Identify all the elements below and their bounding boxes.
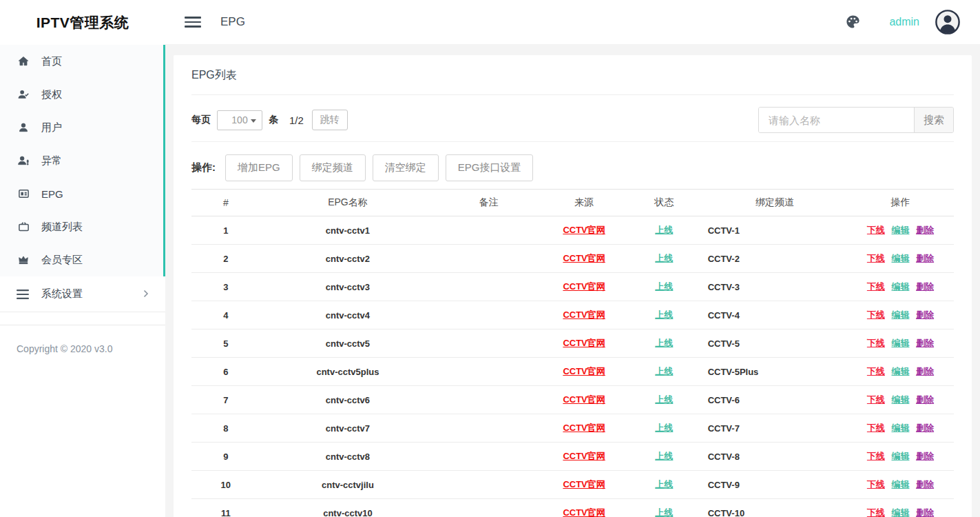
source-link[interactable]: CCTV官网 (563, 253, 605, 263)
table-row: 9 cntv-cctv8 CCTV官网 上线 CCTV-8 下线 编辑 删除 (191, 443, 954, 471)
status-link[interactable]: 上线 (655, 451, 673, 461)
edit-link[interactable]: 编辑 (891, 338, 909, 348)
sidebar-item-exception[interactable]: 异常 (0, 144, 163, 177)
search-input[interactable] (759, 108, 914, 132)
hamburger-menu-icon[interactable] (185, 14, 201, 30)
source-link[interactable]: CCTV官网 (563, 281, 605, 292)
source-link[interactable]: CCTV官网 (563, 366, 605, 376)
epg-api-settings-button[interactable]: EPG接口设置 (446, 154, 534, 181)
sidebar-item-epg[interactable]: EPG (0, 177, 163, 210)
edit-link[interactable]: 编辑 (891, 310, 909, 320)
edit-link[interactable]: 编辑 (891, 394, 909, 405)
status-link[interactable]: 上线 (655, 479, 673, 489)
remark (435, 245, 542, 273)
actions-label: 操作: (191, 161, 216, 174)
bound-channel: CCTV-5Plus (702, 358, 847, 386)
bound-channel: CCTV-9 (702, 471, 847, 499)
source-link[interactable]: CCTV官网 (563, 394, 605, 405)
delete-link[interactable]: 删除 (916, 394, 934, 405)
offline-link[interactable]: 下线 (867, 338, 885, 348)
sidebar-item-settings[interactable]: 系统设置 (0, 276, 165, 312)
delete-link[interactable]: 删除 (916, 507, 934, 517)
status-link[interactable]: 上线 (655, 310, 673, 320)
edit-link[interactable]: 编辑 (891, 281, 909, 292)
per-page-select[interactable]: 100 (217, 110, 262, 130)
jump-button[interactable]: 跳转 (312, 110, 348, 130)
delete-link[interactable]: 删除 (916, 338, 934, 348)
offline-link[interactable]: 下线 (867, 423, 885, 433)
theme-palette-icon[interactable] (845, 14, 862, 30)
offline-link[interactable]: 下线 (867, 507, 885, 517)
sidebar-item-member-zone[interactable]: 会员专区 (0, 243, 163, 276)
source-link[interactable]: CCTV官网 (563, 338, 605, 348)
delete-link[interactable]: 删除 (916, 451, 934, 461)
source-link[interactable]: CCTV官网 (563, 479, 605, 489)
sidebar-item-home[interactable]: 首页 (0, 45, 163, 78)
sidebar-item-label: 用户 (41, 121, 62, 134)
remark (435, 358, 542, 386)
topbar: EPG admin (165, 0, 980, 44)
page-indicator: 1/2 (289, 114, 304, 126)
status-link[interactable]: 上线 (655, 366, 673, 376)
source-link[interactable]: CCTV官网 (563, 507, 605, 517)
clear-binding-button[interactable]: 清空绑定 (373, 154, 439, 181)
delete-link[interactable]: 删除 (916, 253, 934, 263)
sidebar-item-channel-list[interactable]: 频道列表 (0, 210, 163, 243)
search-button[interactable]: 搜索 (914, 108, 953, 132)
bind-channel-button[interactable]: 绑定频道 (300, 154, 366, 181)
remark (435, 499, 542, 517)
sidebar-item-label: 首页 (41, 55, 62, 68)
delete-link[interactable]: 删除 (916, 366, 934, 376)
edit-link[interactable]: 编辑 (891, 225, 909, 235)
sidebar-item-label: 授权 (41, 88, 62, 101)
offline-link[interactable]: 下线 (867, 394, 885, 405)
avatar-icon[interactable] (935, 9, 961, 35)
delete-link[interactable]: 删除 (916, 479, 934, 489)
epg-name: cntv-cctv3 (260, 273, 436, 301)
add-epg-button[interactable]: 增加EPG (225, 154, 293, 181)
delete-link[interactable]: 删除 (916, 310, 934, 320)
offline-link[interactable]: 下线 (867, 253, 885, 263)
bound-channel: CCTV-7 (702, 414, 847, 443)
edit-link[interactable]: 编辑 (891, 423, 909, 433)
status-link[interactable]: 上线 (655, 281, 673, 292)
source-link[interactable]: CCTV官网 (563, 225, 605, 235)
status-link[interactable]: 上线 (655, 253, 673, 263)
offline-link[interactable]: 下线 (867, 225, 885, 235)
delete-link[interactable]: 删除 (916, 423, 934, 433)
source-link[interactable]: CCTV官网 (563, 310, 605, 320)
sidebar-item-label: 异常 (41, 154, 62, 168)
edit-link[interactable]: 编辑 (891, 366, 909, 376)
offline-link[interactable]: 下线 (867, 479, 885, 489)
col-source: 来源 (542, 190, 626, 216)
edit-link[interactable]: 编辑 (891, 507, 909, 517)
main-content: EPG列表 每页 100 条 1/2 跳转 搜索 操作: 增加EPG 绑定频道 … (165, 44, 980, 517)
status-link[interactable]: 上线 (655, 225, 673, 235)
source-link[interactable]: CCTV官网 (563, 451, 605, 461)
offline-link[interactable]: 下线 (867, 366, 885, 376)
edit-link[interactable]: 编辑 (891, 451, 909, 461)
status-link[interactable]: 上线 (655, 338, 673, 348)
username-link[interactable]: admin (889, 16, 919, 28)
status-link[interactable]: 上线 (655, 507, 673, 517)
offline-link[interactable]: 下线 (867, 281, 885, 292)
status-link[interactable]: 上线 (655, 423, 673, 433)
sidebar-item-users[interactable]: 用户 (0, 111, 163, 144)
delete-link[interactable]: 删除 (916, 281, 934, 292)
row-index: 7 (191, 386, 260, 414)
user-check-icon (17, 88, 30, 101)
tv-icon (17, 220, 30, 234)
delete-link[interactable]: 删除 (916, 225, 934, 235)
offline-link[interactable]: 下线 (867, 451, 885, 461)
status-link[interactable]: 上线 (655, 394, 673, 405)
sidebar-item-label: 会员专区 (41, 254, 83, 267)
source-link[interactable]: CCTV官网 (563, 423, 605, 433)
offline-link[interactable]: 下线 (867, 310, 885, 320)
row-index: 4 (191, 301, 260, 330)
crown-icon (17, 253, 30, 267)
sidebar-item-auth[interactable]: 授权 (0, 78, 163, 111)
edit-link[interactable]: 编辑 (891, 253, 909, 263)
edit-link[interactable]: 编辑 (891, 479, 909, 489)
col-status: 状态 (626, 190, 702, 216)
epg-name: cntv-cctv4 (260, 301, 436, 330)
